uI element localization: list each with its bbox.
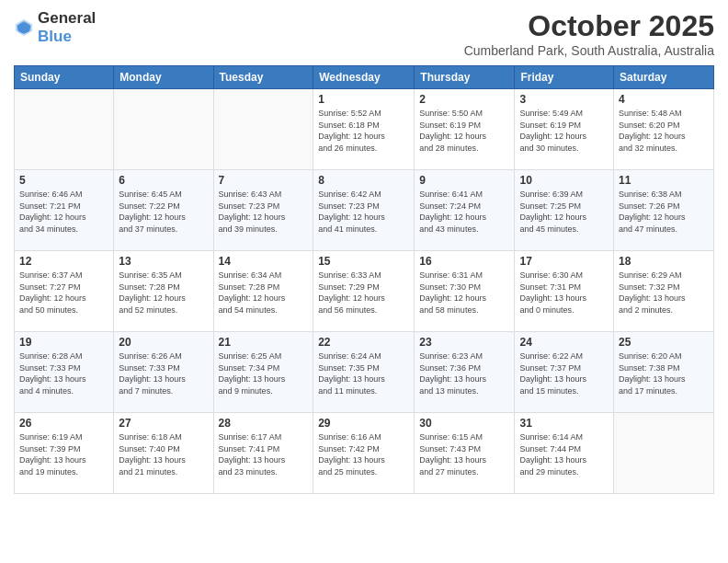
calendar-cell-w1-d1 — [15, 89, 114, 170]
day-info: Sunrise: 5:52 AM Sunset: 6:18 PM Dayligh… — [318, 108, 409, 154]
calendar-cell-w2-d1: 5Sunrise: 6:46 AM Sunset: 7:21 PM Daylig… — [15, 170, 114, 251]
day-info: Sunrise: 6:45 AM Sunset: 7:22 PM Dayligh… — [119, 189, 208, 235]
calendar-cell-w3-d3: 14Sunrise: 6:34 AM Sunset: 7:28 PM Dayli… — [213, 251, 313, 332]
calendar-cell-w3-d4: 15Sunrise: 6:33 AM Sunset: 7:29 PM Dayli… — [313, 251, 415, 332]
day-number: 9 — [419, 174, 509, 187]
logo: General Blue — [14, 9, 96, 46]
day-info: Sunrise: 5:48 AM Sunset: 6:20 PM Dayligh… — [619, 108, 709, 154]
calendar-cell-w1-d5: 2Sunrise: 5:50 AM Sunset: 6:19 PM Daylig… — [415, 89, 515, 170]
day-number: 7 — [219, 174, 309, 187]
weekday-header-row: Sunday Monday Tuesday Wednesday Thursday… — [15, 66, 714, 89]
day-number: 27 — [119, 417, 208, 430]
calendar-table: Sunday Monday Tuesday Wednesday Thursday… — [14, 65, 714, 494]
header-friday: Friday — [515, 66, 614, 89]
day-info: Sunrise: 6:14 AM Sunset: 7:44 PM Dayligh… — [519, 431, 609, 477]
day-number: 16 — [419, 255, 509, 268]
day-info: Sunrise: 6:26 AM Sunset: 7:33 PM Dayligh… — [119, 350, 208, 396]
calendar-cell-w3-d2: 13Sunrise: 6:35 AM Sunset: 7:28 PM Dayli… — [114, 251, 213, 332]
day-number: 30 — [419, 417, 509, 430]
calendar-cell-w1-d3 — [213, 89, 313, 170]
day-info: Sunrise: 6:18 AM Sunset: 7:40 PM Dayligh… — [119, 431, 208, 477]
calendar-cell-w2-d5: 9Sunrise: 6:41 AM Sunset: 7:24 PM Daylig… — [415, 170, 515, 251]
calendar-cell-w5-d2: 27Sunrise: 6:18 AM Sunset: 7:40 PM Dayli… — [114, 413, 213, 494]
logo-text: General Blue — [38, 9, 96, 46]
calendar-cell-w5-d5: 30Sunrise: 6:15 AM Sunset: 7:43 PM Dayli… — [415, 413, 515, 494]
day-info: Sunrise: 6:35 AM Sunset: 7:28 PM Dayligh… — [119, 270, 208, 316]
calendar-cell-w5-d6: 31Sunrise: 6:14 AM Sunset: 7:44 PM Dayli… — [515, 413, 614, 494]
day-number: 6 — [119, 174, 208, 187]
day-number: 24 — [519, 336, 609, 349]
calendar-cell-w5-d4: 29Sunrise: 6:16 AM Sunset: 7:42 PM Dayli… — [313, 413, 415, 494]
day-number: 11 — [619, 174, 709, 187]
title-block: October 2025 Cumberland Park, South Aust… — [464, 9, 714, 58]
calendar-cell-w4-d2: 20Sunrise: 6:26 AM Sunset: 7:33 PM Dayli… — [114, 332, 213, 413]
day-info: Sunrise: 6:24 AM Sunset: 7:35 PM Dayligh… — [318, 350, 409, 396]
day-number: 21 — [219, 336, 309, 349]
day-info: Sunrise: 6:37 AM Sunset: 7:27 PM Dayligh… — [19, 270, 108, 316]
day-info: Sunrise: 6:16 AM Sunset: 7:42 PM Dayligh… — [318, 431, 409, 477]
day-info: Sunrise: 6:39 AM Sunset: 7:25 PM Dayligh… — [519, 189, 609, 235]
calendar-week-3: 12Sunrise: 6:37 AM Sunset: 7:27 PM Dayli… — [15, 251, 714, 332]
calendar-cell-w3-d6: 17Sunrise: 6:30 AM Sunset: 7:31 PM Dayli… — [515, 251, 614, 332]
calendar-header: Sunday Monday Tuesday Wednesday Thursday… — [15, 66, 714, 89]
calendar-cell-w3-d1: 12Sunrise: 6:37 AM Sunset: 7:27 PM Dayli… — [15, 251, 114, 332]
day-number: 29 — [318, 417, 409, 430]
header-wednesday: Wednesday — [313, 66, 415, 89]
day-info: Sunrise: 6:43 AM Sunset: 7:23 PM Dayligh… — [219, 189, 309, 235]
day-number: 5 — [19, 174, 108, 187]
logo-general: General — [38, 9, 96, 27]
calendar-cell-w1-d6: 3Sunrise: 5:49 AM Sunset: 6:19 PM Daylig… — [515, 89, 614, 170]
calendar-cell-w2-d3: 7Sunrise: 6:43 AM Sunset: 7:23 PM Daylig… — [213, 170, 313, 251]
subtitle: Cumberland Park, South Australia, Austra… — [464, 43, 714, 58]
day-number: 17 — [519, 255, 609, 268]
day-number: 19 — [19, 336, 108, 349]
calendar-cell-w4-d3: 21Sunrise: 6:25 AM Sunset: 7:34 PM Dayli… — [213, 332, 313, 413]
calendar-cell-w4-d4: 22Sunrise: 6:24 AM Sunset: 7:35 PM Dayli… — [313, 332, 415, 413]
header-thursday: Thursday — [415, 66, 515, 89]
day-number: 15 — [318, 255, 409, 268]
day-info: Sunrise: 6:30 AM Sunset: 7:31 PM Dayligh… — [519, 270, 609, 316]
day-info: Sunrise: 6:41 AM Sunset: 7:24 PM Dayligh… — [419, 189, 509, 235]
day-number: 18 — [619, 255, 709, 268]
logo-icon — [14, 17, 34, 38]
day-info: Sunrise: 6:31 AM Sunset: 7:30 PM Dayligh… — [419, 270, 509, 316]
calendar-week-2: 5Sunrise: 6:46 AM Sunset: 7:21 PM Daylig… — [15, 170, 714, 251]
calendar-week-1: 1Sunrise: 5:52 AM Sunset: 6:18 PM Daylig… — [15, 89, 714, 170]
calendar-week-5: 26Sunrise: 6:19 AM Sunset: 7:39 PM Dayli… — [15, 413, 714, 494]
day-info: Sunrise: 6:19 AM Sunset: 7:39 PM Dayligh… — [19, 431, 108, 477]
day-info: Sunrise: 6:25 AM Sunset: 7:34 PM Dayligh… — [219, 350, 309, 396]
calendar-cell-w2-d6: 10Sunrise: 6:39 AM Sunset: 7:25 PM Dayli… — [515, 170, 614, 251]
day-info: Sunrise: 6:38 AM Sunset: 7:26 PM Dayligh… — [619, 189, 709, 235]
day-info: Sunrise: 6:15 AM Sunset: 7:43 PM Dayligh… — [419, 431, 509, 477]
day-number: 31 — [519, 417, 609, 430]
day-number: 8 — [318, 174, 409, 187]
header-saturday: Saturday — [614, 66, 714, 89]
day-info: Sunrise: 6:23 AM Sunset: 7:36 PM Dayligh… — [419, 350, 509, 396]
calendar-cell-w2-d7: 11Sunrise: 6:38 AM Sunset: 7:26 PM Dayli… — [614, 170, 714, 251]
day-info: Sunrise: 6:22 AM Sunset: 7:37 PM Dayligh… — [519, 350, 609, 396]
day-info: Sunrise: 6:29 AM Sunset: 7:32 PM Dayligh… — [619, 270, 709, 316]
day-number: 23 — [419, 336, 509, 349]
calendar-cell-w3-d7: 18Sunrise: 6:29 AM Sunset: 7:32 PM Dayli… — [614, 251, 714, 332]
header-tuesday: Tuesday — [213, 66, 313, 89]
calendar-cell-w2-d4: 8Sunrise: 6:42 AM Sunset: 7:23 PM Daylig… — [313, 170, 415, 251]
calendar-cell-w2-d2: 6Sunrise: 6:45 AM Sunset: 7:22 PM Daylig… — [114, 170, 213, 251]
day-info: Sunrise: 6:33 AM Sunset: 7:29 PM Dayligh… — [318, 270, 409, 316]
day-number: 1 — [318, 93, 409, 106]
calendar-cell-w4-d1: 19Sunrise: 6:28 AM Sunset: 7:33 PM Dayli… — [15, 332, 114, 413]
calendar-body: 1Sunrise: 5:52 AM Sunset: 6:18 PM Daylig… — [15, 89, 714, 494]
calendar-week-4: 19Sunrise: 6:28 AM Sunset: 7:33 PM Dayli… — [15, 332, 714, 413]
calendar-cell-w1-d4: 1Sunrise: 5:52 AM Sunset: 6:18 PM Daylig… — [313, 89, 415, 170]
day-info: Sunrise: 5:50 AM Sunset: 6:19 PM Dayligh… — [419, 108, 509, 154]
calendar-cell-w1-d2 — [114, 89, 213, 170]
calendar-cell-w4-d6: 24Sunrise: 6:22 AM Sunset: 7:37 PM Dayli… — [515, 332, 614, 413]
header-monday: Monday — [114, 66, 213, 89]
day-info: Sunrise: 6:42 AM Sunset: 7:23 PM Dayligh… — [318, 189, 409, 235]
calendar-cell-w5-d7 — [614, 413, 714, 494]
day-number: 26 — [19, 417, 108, 430]
day-info: Sunrise: 6:34 AM Sunset: 7:28 PM Dayligh… — [219, 270, 309, 316]
day-info: Sunrise: 6:20 AM Sunset: 7:38 PM Dayligh… — [619, 350, 709, 396]
logo-blue: Blue — [38, 28, 72, 45]
day-info: Sunrise: 5:49 AM Sunset: 6:19 PM Dayligh… — [519, 108, 609, 154]
day-number: 25 — [619, 336, 709, 349]
